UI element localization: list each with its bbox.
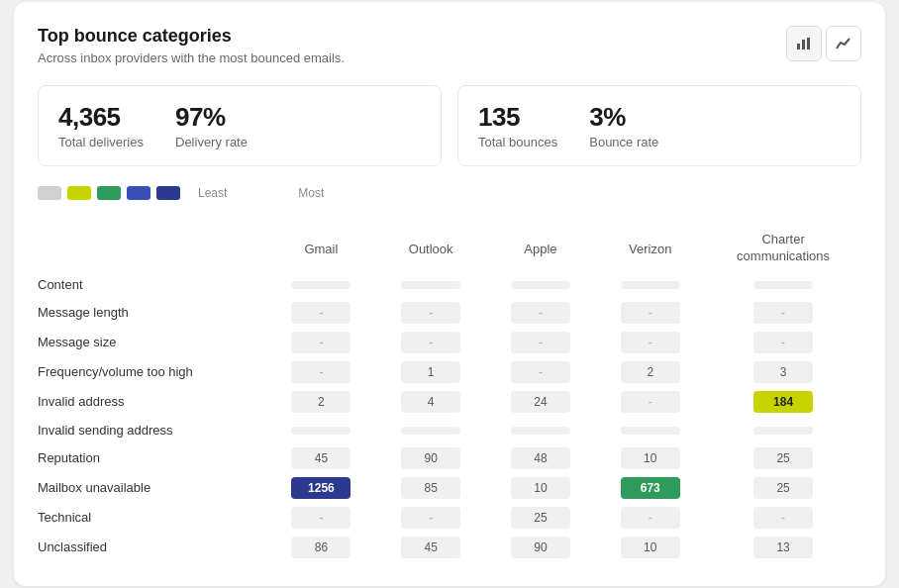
line-chart-icon bbox=[836, 36, 851, 51]
table-cell bbox=[376, 417, 486, 443]
page-subtitle: Across inbox providers with the most bou… bbox=[38, 50, 345, 65]
table-row: Invalid sending address bbox=[38, 417, 861, 443]
cell-value bbox=[291, 281, 350, 289]
cell-value: - bbox=[291, 302, 350, 324]
table-cell: 3 bbox=[705, 357, 861, 387]
table-cell: 90 bbox=[486, 533, 596, 562]
cell-value: 45 bbox=[291, 447, 350, 469]
table-cell: - bbox=[705, 298, 861, 328]
table-cell: - bbox=[266, 503, 376, 533]
row-category: Content bbox=[38, 271, 266, 298]
table-cell: 24 bbox=[486, 387, 596, 417]
table-cell: - bbox=[705, 503, 861, 533]
cell-value bbox=[291, 427, 350, 435]
col-header-category bbox=[38, 216, 266, 271]
table-cell: 2 bbox=[595, 357, 705, 387]
total-deliveries-label: Total deliveries bbox=[58, 135, 144, 149]
table-cell: - bbox=[376, 503, 486, 533]
col-header-apple: Apple bbox=[486, 216, 596, 271]
table-cell: 2 bbox=[266, 387, 376, 417]
delivery-rate: 97% Delivery rate bbox=[175, 102, 248, 149]
line-chart-button[interactable] bbox=[826, 26, 861, 61]
row-category: Invalid address bbox=[38, 387, 266, 417]
legend-row: Least Most bbox=[38, 186, 861, 200]
cell-value: - bbox=[621, 332, 680, 353]
cell-value: - bbox=[621, 302, 680, 324]
cell-value: - bbox=[511, 332, 570, 353]
svg-rect-0 bbox=[797, 44, 800, 49]
legend-swatch-5 bbox=[156, 186, 180, 200]
cell-value: 24 bbox=[511, 391, 570, 413]
bar-chart-button[interactable] bbox=[786, 26, 822, 61]
table-cell: - bbox=[376, 298, 486, 328]
cell-value: 10 bbox=[511, 477, 570, 499]
header-row: Top bounce categories Across inbox provi… bbox=[38, 26, 861, 65]
row-category: Mailbox unavailable bbox=[38, 473, 266, 503]
row-category: Message length bbox=[38, 298, 266, 328]
main-card: Top bounce categories Across inbox provi… bbox=[14, 2, 885, 586]
table-cell: - bbox=[486, 298, 596, 328]
row-category: Invalid sending address bbox=[38, 417, 266, 443]
table-row: Invalid address2424-184 bbox=[38, 387, 861, 417]
cell-value bbox=[511, 427, 570, 435]
legend-least-label: Least bbox=[198, 186, 227, 200]
table-row: Message size----- bbox=[38, 328, 861, 357]
cell-value: 48 bbox=[511, 447, 570, 469]
legend-swatch-3 bbox=[97, 186, 121, 200]
row-category: Unclassified bbox=[38, 533, 266, 562]
svg-rect-1 bbox=[802, 40, 805, 49]
cell-value: - bbox=[621, 391, 680, 413]
cell-value: 13 bbox=[753, 537, 813, 558]
table-cell: - bbox=[486, 328, 596, 357]
total-bounces: 135 Total bounces bbox=[478, 102, 557, 149]
table-cell: 13 bbox=[705, 533, 861, 562]
table-cell: - bbox=[595, 387, 705, 417]
table-cell bbox=[595, 271, 705, 298]
cell-value: - bbox=[401, 507, 460, 529]
table-cell bbox=[376, 271, 486, 298]
delivery-rate-value: 97% bbox=[175, 102, 248, 133]
cell-value: 10 bbox=[621, 537, 680, 558]
table-cell: - bbox=[705, 328, 861, 357]
table-cell: - bbox=[486, 357, 596, 387]
col-header-gmail: Gmail bbox=[266, 216, 376, 271]
cell-value: 25 bbox=[753, 477, 813, 499]
svg-rect-2 bbox=[807, 38, 810, 49]
cell-value: 1256 bbox=[291, 477, 350, 499]
cell-value: 1 bbox=[401, 361, 460, 383]
legend-swatch-4 bbox=[127, 186, 150, 200]
cell-value: 4 bbox=[401, 391, 460, 413]
table-cell bbox=[705, 417, 861, 443]
col-header-outlook: Outlook bbox=[376, 216, 486, 271]
cell-value: 25 bbox=[511, 507, 570, 529]
table-cell: 4 bbox=[376, 387, 486, 417]
row-category: Technical bbox=[38, 503, 266, 533]
table-cell: 25 bbox=[486, 503, 596, 533]
table-cell: - bbox=[266, 328, 376, 357]
cell-value bbox=[753, 427, 813, 435]
table-cell: 85 bbox=[376, 473, 486, 503]
total-deliveries-value: 4,365 bbox=[58, 102, 144, 133]
table-cell: 45 bbox=[376, 533, 486, 562]
cell-value bbox=[753, 281, 813, 289]
col-header-charter: Charter communications bbox=[705, 216, 861, 271]
table-row: Message length----- bbox=[38, 298, 861, 328]
table-cell: 45 bbox=[266, 443, 376, 473]
cell-value bbox=[621, 427, 680, 435]
bar-chart-icon bbox=[796, 36, 812, 51]
table-cell: 1256 bbox=[266, 473, 376, 503]
cell-value: - bbox=[291, 332, 350, 353]
cell-value: 2 bbox=[291, 391, 350, 413]
table-cell: - bbox=[595, 503, 705, 533]
col-header-verizon: Verizon bbox=[595, 216, 705, 271]
cell-value: - bbox=[511, 302, 570, 324]
legend-most-label: Most bbox=[298, 186, 324, 200]
cell-value: - bbox=[401, 332, 460, 353]
table-cell: 10 bbox=[595, 533, 705, 562]
cell-value: 10 bbox=[621, 447, 680, 469]
total-bounces-label: Total bounces bbox=[478, 135, 557, 149]
table-cell bbox=[266, 271, 376, 298]
table-cell bbox=[486, 271, 596, 298]
table-cell: 184 bbox=[705, 387, 861, 417]
bounce-stat-card: 135 Total bounces 3% Bounce rate bbox=[457, 85, 861, 166]
